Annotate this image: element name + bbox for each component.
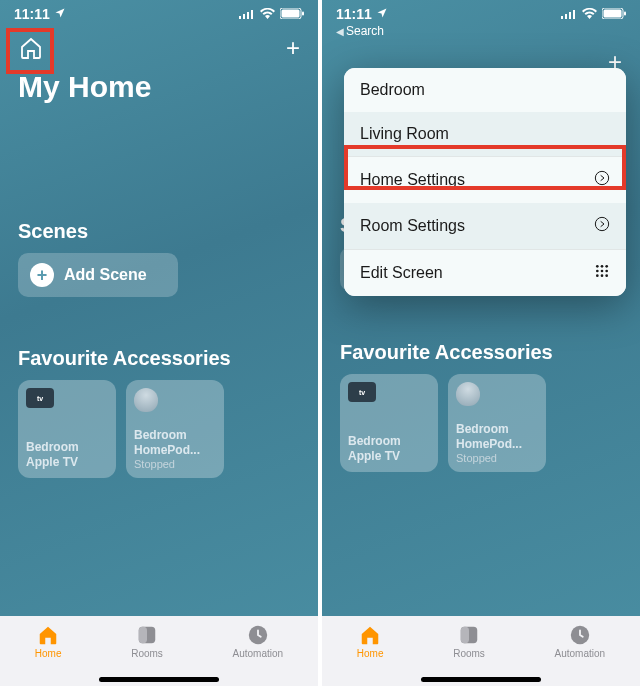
svg-rect-13: [573, 10, 575, 19]
tab-home[interactable]: Home: [357, 624, 384, 659]
svg-point-21: [605, 265, 608, 268]
screen-right: 11:11 ◀ Search + Bedroom Living Room Hom…: [322, 0, 640, 686]
svg-rect-29: [461, 627, 469, 644]
tile-line2: HomePod...: [134, 443, 216, 458]
tab-automation[interactable]: Automation: [233, 624, 284, 659]
svg-rect-0: [239, 16, 241, 19]
menu-item-bedroom[interactable]: Bedroom: [344, 68, 626, 112]
menu-label: Room Settings: [360, 217, 465, 235]
favourites-title: Favourite Accessories: [322, 341, 640, 374]
menu-item-room-settings[interactable]: Room Settings: [344, 203, 626, 249]
svg-rect-2: [247, 12, 249, 19]
menu-label: Bedroom: [360, 81, 425, 99]
svg-point-26: [601, 274, 604, 277]
tab-automation-label: Automation: [555, 648, 606, 659]
tab-home[interactable]: Home: [35, 624, 62, 659]
back-search-label: Search: [346, 24, 384, 38]
location-icon: [54, 6, 66, 22]
status-time: 11:11: [14, 6, 50, 22]
menu-item-edit-screen[interactable]: Edit Screen: [344, 249, 626, 296]
chevron-left-icon: ◀: [336, 26, 344, 37]
svg-rect-1: [243, 14, 245, 19]
tile-sub: Stopped: [456, 452, 538, 464]
svg-rect-11: [565, 14, 567, 19]
menu-label: Living Room: [360, 125, 449, 143]
location-icon: [376, 6, 388, 22]
chevron-circle-icon: [594, 216, 610, 236]
home-indicator: [421, 677, 541, 682]
svg-rect-5: [282, 10, 300, 18]
home-indicator: [99, 677, 219, 682]
signal-icon: [239, 6, 255, 22]
highlight-home-icon: [6, 28, 54, 74]
accessory-tiles: tv Bedroom Apple TV Bedroom HomePod... S…: [322, 374, 640, 472]
screen-left: 11:11 + My Home Scenes + Add Scene Favou…: [0, 0, 318, 686]
tab-rooms[interactable]: Rooms: [453, 624, 485, 659]
svg-point-20: [601, 265, 604, 268]
status-bar: 11:11: [0, 0, 318, 24]
back-search[interactable]: ◀ Search: [322, 24, 640, 42]
svg-point-19: [596, 265, 599, 268]
svg-rect-6: [302, 12, 304, 16]
tab-bar: Home Rooms Automation: [322, 616, 640, 686]
tab-rooms[interactable]: Rooms: [131, 624, 163, 659]
tab-automation[interactable]: Automation: [555, 624, 606, 659]
battery-icon: [602, 6, 626, 22]
svg-rect-8: [139, 627, 147, 644]
highlight-home-settings: [344, 145, 626, 190]
plus-circle-icon: +: [30, 263, 54, 287]
tab-home-label: Home: [35, 648, 62, 659]
menu-label: Edit Screen: [360, 264, 443, 282]
tile-line1: Bedroom: [26, 440, 108, 455]
appletv-icon: tv: [348, 382, 376, 402]
tile-line2: HomePod...: [456, 437, 538, 452]
grid-icon: [594, 263, 610, 283]
svg-point-22: [596, 270, 599, 273]
add-button[interactable]: +: [286, 34, 300, 62]
scenes-title: Scenes: [0, 220, 318, 253]
accessory-tile-appletv[interactable]: tv Bedroom Apple TV: [18, 380, 116, 478]
svg-rect-15: [604, 10, 622, 18]
tab-home-label: Home: [357, 648, 384, 659]
svg-point-18: [595, 217, 608, 230]
wifi-icon: [260, 6, 275, 22]
tab-automation-label: Automation: [233, 648, 284, 659]
accessory-tile-homepod[interactable]: Bedroom HomePod... Stopped: [448, 374, 546, 472]
svg-rect-16: [624, 12, 626, 16]
tile-line1: Bedroom: [134, 428, 216, 443]
wifi-icon: [582, 6, 597, 22]
svg-point-27: [605, 274, 608, 277]
svg-point-24: [605, 270, 608, 273]
homepod-icon: [456, 382, 480, 406]
accessory-tile-appletv[interactable]: tv Bedroom Apple TV: [340, 374, 438, 472]
add-scene-button[interactable]: + Add Scene: [18, 253, 178, 297]
signal-icon: [561, 6, 577, 22]
svg-rect-10: [561, 16, 563, 19]
tab-rooms-label: Rooms: [131, 648, 163, 659]
favourites-title: Favourite Accessories: [0, 347, 318, 380]
battery-icon: [280, 6, 304, 22]
svg-point-25: [596, 274, 599, 277]
svg-rect-3: [251, 10, 253, 19]
tile-sub: Stopped: [134, 458, 216, 470]
add-scene-label: Add Scene: [64, 266, 147, 284]
svg-point-23: [601, 270, 604, 273]
accessory-tile-homepod[interactable]: Bedroom HomePod... Stopped: [126, 380, 224, 478]
tile-line2: Apple TV: [26, 455, 108, 470]
tile-line1: Bedroom: [456, 422, 538, 437]
tile-line2: Apple TV: [348, 449, 430, 464]
accessory-tiles: tv Bedroom Apple TV Bedroom HomePod... S…: [0, 380, 318, 478]
status-time: 11:11: [336, 6, 372, 22]
appletv-icon: tv: [26, 388, 54, 408]
page-title: My Home: [0, 66, 318, 124]
tab-bar: Home Rooms Automation: [0, 616, 318, 686]
tile-line1: Bedroom: [348, 434, 430, 449]
svg-rect-12: [569, 12, 571, 19]
homepod-icon: [134, 388, 158, 412]
tab-rooms-label: Rooms: [453, 648, 485, 659]
status-bar: 11:11: [322, 0, 640, 24]
